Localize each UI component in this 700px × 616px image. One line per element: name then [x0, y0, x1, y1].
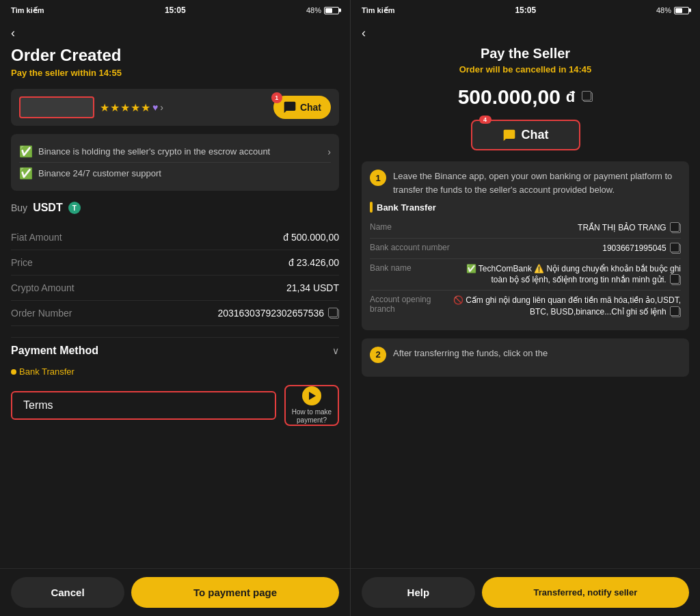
- buy-section: Buy USDT T: [11, 202, 339, 214]
- cancel-timer: 14:45: [569, 64, 591, 75]
- check-icon-2: ✅: [19, 167, 33, 180]
- status-left-text: Tìm kiếm: [11, 6, 44, 15]
- step2-number: 2: [370, 347, 386, 363]
- cancel-button[interactable]: Cancel: [11, 577, 124, 608]
- right-content: ‹ Pay the Seller Order will be cancelled…: [351, 18, 700, 568]
- bank-dot-icon: [11, 369, 16, 375]
- how-to-label: How to make payment?: [286, 408, 338, 425]
- order-row: Order Number 20316303792302657536: [11, 301, 339, 326]
- chat-icon-right: [502, 129, 516, 142]
- info-row-support: ✅ Binance 24/7 customer support: [19, 163, 331, 184]
- branch-field-value: 🚫 Cấm ghi nội dung liên quan đến tiền mã…: [452, 295, 681, 318]
- info-row-escrow[interactable]: ✅ Binance is holding the seller's crypto…: [19, 141, 331, 163]
- copy-icon-bank[interactable]: [671, 276, 681, 285]
- bank-table: Bank Transfer Name TRẦN THỊ BẢO TRANG Ba…: [370, 202, 681, 322]
- right-panel: Tìm kiếm 15:05 48% ‹ Pay the Seller Orde…: [350, 0, 700, 616]
- chevron-icon-1: ›: [327, 146, 331, 157]
- amount-value: 500.000,00 đ: [362, 85, 689, 109]
- terms-row: Terms How to make payment?: [11, 379, 339, 431]
- play-icon: [309, 392, 316, 400]
- chat-badge-left: 1: [271, 92, 282, 103]
- how-to-box[interactable]: How to make payment?: [284, 385, 339, 426]
- crypto-label: Crypto Amount: [11, 282, 75, 293]
- battery-percent-right: 48%: [656, 6, 671, 14]
- terms-box[interactable]: Terms: [11, 391, 276, 420]
- copy-icon-amount[interactable]: [583, 92, 593, 102]
- detail-rows: Fiat Amount đ 500.000,00 Price đ 23.426,…: [11, 225, 339, 326]
- battery-percent-left: 48%: [306, 6, 321, 14]
- copy-icon-branch[interactable]: [671, 308, 681, 317]
- status-right-right: 48%: [656, 6, 689, 14]
- bank-type-dot-icon: [370, 202, 373, 213]
- step1-text: Leave the Binance app, open your own ban…: [393, 170, 681, 196]
- back-button-right[interactable]: ‹: [362, 23, 689, 46]
- fiat-label: Fiat Amount: [11, 232, 62, 243]
- status-left-text-right: Tìm kiếm: [362, 6, 395, 15]
- name-field-label: Name: [370, 222, 452, 232]
- info-text-2: Binance 24/7 customer support: [38, 168, 331, 178]
- transferred-button[interactable]: Transferred, notify seller: [482, 577, 689, 608]
- price-label: Price: [11, 257, 33, 268]
- order-title: Order Created: [11, 46, 339, 65]
- usdt-icon: T: [68, 202, 81, 214]
- status-bar-left: Tìm kiếm 15:05 48%: [0, 0, 350, 18]
- status-right-left: 48%: [306, 6, 339, 14]
- info-text-1: Binance is holding the seller's crypto i…: [38, 146, 322, 157]
- bottom-bar-right: Help Transferred, notify seller: [351, 568, 700, 616]
- pay-within-text: Pay the seller within 14:55: [11, 68, 339, 78]
- name-field-value: TRẦN THỊ BẢO TRANG: [452, 222, 681, 234]
- chat-label-left: Chat: [300, 102, 321, 113]
- chat-badge-right: 4: [479, 116, 492, 124]
- currency-symbol: đ: [566, 88, 575, 106]
- fiat-value: đ 500.000,00: [283, 232, 339, 243]
- amount-display: 500.000,00 đ: [362, 85, 689, 109]
- chat-icon-left: [283, 101, 297, 114]
- account-field-label: Bank account number: [370, 243, 452, 252]
- step2-header: 2 After transferring the funds, click on…: [370, 347, 681, 363]
- branch-field-label: Account opening branch: [370, 295, 452, 314]
- copy-icon-name[interactable]: [671, 224, 681, 233]
- fiat-row: Fiat Amount đ 500.000,00: [11, 225, 339, 250]
- check-icon-1: ✅: [19, 145, 33, 158]
- status-bar-right: Tìm kiếm 15:05 48%: [351, 0, 700, 18]
- chevron-down-icon: ∨: [332, 345, 339, 356]
- chat-button-right[interactable]: 4 Chat: [471, 120, 580, 150]
- bottom-bar-left: Cancel To payment page: [0, 568, 350, 616]
- account-field-value: 19036671995045: [452, 243, 681, 254]
- status-time-right: 15:05: [515, 5, 536, 15]
- status-time-left: 15:05: [165, 5, 186, 15]
- chat-btn-right-container: 4 Chat: [362, 120, 689, 161]
- left-content: ‹ Order Created Pay the seller within 14…: [0, 18, 350, 568]
- order-value: 20316303792302657536: [217, 308, 339, 319]
- star-4: ★: [131, 101, 140, 114]
- star-rating: ★ ★ ★ ★ ★ ♥ ›: [100, 101, 163, 114]
- seller-info: ★ ★ ★ ★ ★ ♥ ›: [19, 96, 163, 118]
- payment-method-header[interactable]: Payment Method ∨: [11, 337, 339, 364]
- crypto-value: 21,34 USDT: [286, 282, 339, 293]
- buy-label: Buy: [11, 202, 27, 213]
- bank-name-field-label: Bank name: [370, 263, 452, 273]
- help-button[interactable]: Help: [362, 577, 475, 608]
- bank-name-field-value: ✅ TechComBank ⚠️ Nội dung chuyển khoản b…: [452, 263, 681, 286]
- terms-label: Terms: [23, 399, 53, 411]
- chat-button-left[interactable]: 1 Chat: [273, 96, 331, 119]
- bank-type-badge: Bank Transfer: [370, 202, 681, 213]
- chat-label-right: Chat: [522, 128, 549, 142]
- cancel-notice: Order will be cancelled in 14:45: [362, 64, 689, 75]
- step1-header: 1 Leave the Binance app, open your own b…: [370, 170, 681, 196]
- bank-name-row2: Bank name ✅ TechComBank ⚠️ Nội dung chuy…: [370, 259, 681, 291]
- branch-row: Account opening branch 🚫 Cấm ghi nội dun…: [370, 291, 681, 322]
- bank-transfer-label: Bank Transfer: [19, 366, 75, 377]
- step2-card: 2 After transferring the funds, click on…: [362, 338, 689, 377]
- payment-page-button[interactable]: To payment page: [131, 577, 339, 608]
- seller-name-box: [19, 96, 94, 118]
- star-1: ★: [100, 101, 109, 114]
- bank-name-row: Name TRẦN THỊ BẢO TRANG: [370, 218, 681, 239]
- chevron-right-icon: ›: [160, 102, 163, 113]
- payment-method-label: Payment Method: [11, 345, 98, 357]
- copy-icon-account[interactable]: [671, 244, 681, 254]
- play-button[interactable]: [302, 386, 321, 405]
- copy-icon-order[interactable]: [329, 309, 339, 319]
- back-button-left[interactable]: ‹: [11, 23, 339, 46]
- crypto-row: Crypto Amount 21,34 USDT: [11, 276, 339, 301]
